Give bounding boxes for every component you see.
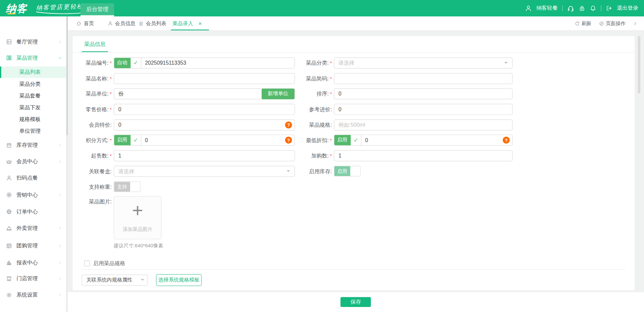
sidebar-item-group-buy[interactable]: 团购管理 — [0, 240, 66, 252]
chevron-right-icon — [58, 261, 62, 265]
check-icon[interactable]: ✓ — [130, 57, 141, 68]
check-icon[interactable]: ✓ — [351, 135, 362, 146]
sidebar-subitem-unit-management[interactable]: 单位管理 — [0, 125, 66, 136]
document-icon — [139, 21, 144, 26]
check-icon[interactable]: ✓ — [130, 135, 141, 146]
logo-accent — [7, 13, 16, 14]
lock-icon[interactable] — [579, 5, 585, 12]
enable-stock-toggle[interactable]: 启用 — [334, 166, 361, 177]
sort-input[interactable]: 0 — [334, 88, 513, 99]
dish-spec-input[interactable]: 例如:500ml — [334, 119, 513, 130]
points-mode-input[interactable]: 启用 ✓ 0 — [114, 135, 295, 146]
spec-attr-select[interactable]: 关联系统内规格属性 — [82, 274, 148, 286]
points-mode-help-icon[interactable]: ? — [285, 137, 292, 144]
min-sale-qty-input[interactable]: 1 — [114, 150, 295, 161]
cloche-icon — [6, 225, 12, 232]
refresh-icon — [575, 21, 580, 26]
image-size-hint: 建议尺寸:640*640像素 — [114, 243, 163, 250]
sidebar-subitem-dish-category[interactable]: 菜品分类 — [0, 78, 66, 90]
member-price-input[interactable]: 0 — [114, 119, 295, 130]
retail-price-input[interactable]: 0 — [114, 104, 295, 115]
bar-chart-icon — [6, 259, 12, 266]
sidebar-item-dish-management[interactable]: 菜品管理 — [0, 52, 66, 64]
sidebar-item-inventory[interactable]: 库存管理 — [0, 139, 66, 151]
spec-template-button[interactable]: 选择系统规格模板 — [156, 274, 202, 286]
sidebar-item-settings[interactable]: 系统设置 — [0, 289, 66, 301]
dish-category-label: 菜品分类:* — [298, 57, 332, 68]
plus-icon: + — [114, 197, 161, 224]
dish-code-input[interactable]: 自动 ✓ 20250915113353 — [114, 57, 295, 68]
add-qty-input[interactable]: 1 — [334, 150, 513, 161]
sidebar-subitem-dish-dispatch[interactable]: 菜品下发 — [0, 102, 66, 113]
min-discount-label: 最低折扣:* — [298, 135, 332, 146]
dish-image-upload[interactable]: + 添加菜品图片 — [114, 196, 161, 239]
section-divider — [73, 52, 635, 53]
meal-box-select[interactable]: 请选择 — [114, 166, 295, 177]
save-button[interactable]: 保存 — [340, 297, 371, 307]
page-scroll-thumb[interactable] — [638, 36, 640, 93]
dish-spec-label: 菜品规格: — [298, 119, 332, 130]
dish-form-panel: 菜品信息 菜品编号:* 自动 ✓ 20250915113353 菜品分类:* 请… — [73, 36, 635, 290]
meal-box-label: 关联餐盒: — [82, 166, 112, 177]
tab-dish-entry[interactable]: 菜品录入 × — [172, 16, 202, 30]
add-unit-button[interactable]: 新增单位 — [262, 88, 294, 99]
logout-button[interactable]: 退出登录 — [617, 4, 638, 12]
tab-member-info[interactable]: 会员信息 — [108, 16, 136, 30]
tab-home[interactable]: 首页 — [76, 16, 94, 30]
dish-short-code-input[interactable] — [334, 73, 513, 84]
sidebar-item-member-center[interactable]: 会员中心 — [0, 155, 66, 168]
form-divider — [82, 269, 626, 269]
min-discount-help-icon[interactable]: ? — [503, 137, 510, 144]
section-tab-dish-info[interactable]: 菜品信息 — [82, 41, 108, 52]
enable-dish-spec-checkbox[interactable] — [84, 261, 90, 266]
sidebar-subitem-dish-list[interactable]: 菜品列表 — [0, 66, 66, 78]
user-avatar-icon — [525, 5, 532, 12]
calendar-icon — [6, 243, 12, 249]
min-discount-input[interactable]: 启用 ✓ 0 — [334, 135, 513, 146]
discount-enable-button[interactable]: 启用 — [334, 135, 351, 146]
sidebar-subitem-dish-combo[interactable]: 菜品套餐 — [0, 90, 66, 102]
app-window: 纳客 纳客管店更轻松 后台管理 纳客轻餐 退出登 — [0, 0, 644, 312]
sidebar-item-scan-order[interactable]: 扫码点餐 — [0, 172, 66, 184]
dish-name-input[interactable] — [114, 73, 295, 84]
sidebar-subitem-spec-template[interactable]: 规格模板 — [0, 114, 66, 125]
chevron-down-icon — [287, 170, 290, 174]
page-operations-button[interactable]: 页面操作 — [599, 20, 626, 27]
dish-short-code-label: 菜品简码:* — [298, 73, 332, 84]
reference-cost-input[interactable]: 0 — [334, 104, 513, 115]
restaurant-icon — [6, 39, 12, 45]
member-price-help-icon[interactable]: ? — [285, 121, 292, 128]
toggle-knob — [130, 182, 140, 191]
chevron-right-icon — [58, 193, 62, 197]
auto-number-button[interactable]: 自动 — [114, 57, 130, 68]
dish-management-icon — [6, 55, 12, 61]
nav-tab-backoffice[interactable]: 后台管理 — [80, 3, 114, 16]
dish-category-select[interactable]: 请选择 — [334, 57, 513, 68]
sidebar-item-reports[interactable]: 报表中心 — [0, 256, 66, 269]
chevron-right-icon[interactable] — [633, 21, 637, 25]
weighing-toggle[interactable]: 支持 — [114, 181, 141, 192]
active-tab-underline — [171, 29, 209, 30]
sidebar: 餐厅管理 菜品管理 菜品列表 菜品分类 菜品套餐 菜品下发 规格模板 单位管理 … — [0, 16, 66, 312]
sidebar-item-takeout[interactable]: 外卖管理 — [0, 222, 66, 234]
inventory-icon — [6, 142, 12, 149]
sidebar-item-restaurant[interactable]: 餐厅管理 — [0, 36, 66, 48]
points-enable-button[interactable]: 启用 — [114, 135, 130, 146]
retail-price-label: 零售价格:* — [82, 104, 112, 115]
target-icon — [6, 192, 12, 198]
sidebar-item-store-management[interactable]: 门店管理 — [0, 272, 66, 285]
username[interactable]: 纳客轻餐 — [536, 4, 558, 12]
page-tabbar: 首页 会员信息 会员列表 菜品录入 × 刷新 — [68, 16, 644, 31]
headset-icon[interactable] — [567, 5, 574, 12]
tab-member-list[interactable]: 会员列表 — [139, 16, 166, 30]
sidebar-item-marketing[interactable]: 营销中心 — [0, 189, 66, 201]
home-icon — [76, 20, 82, 26]
sidebar-item-order-center[interactable]: 订单中心 — [0, 205, 66, 218]
close-tab-icon[interactable]: × — [198, 20, 202, 27]
bell-icon[interactable] — [590, 5, 596, 12]
refresh-button[interactable]: 刷新 — [575, 20, 591, 27]
points-mode-label: 积分方式:* — [82, 135, 112, 146]
sidebar-scroll-thumb[interactable] — [66, 16, 68, 135]
chevron-right-icon — [58, 276, 62, 280]
dish-image-label: 菜品图片: — [82, 196, 112, 207]
